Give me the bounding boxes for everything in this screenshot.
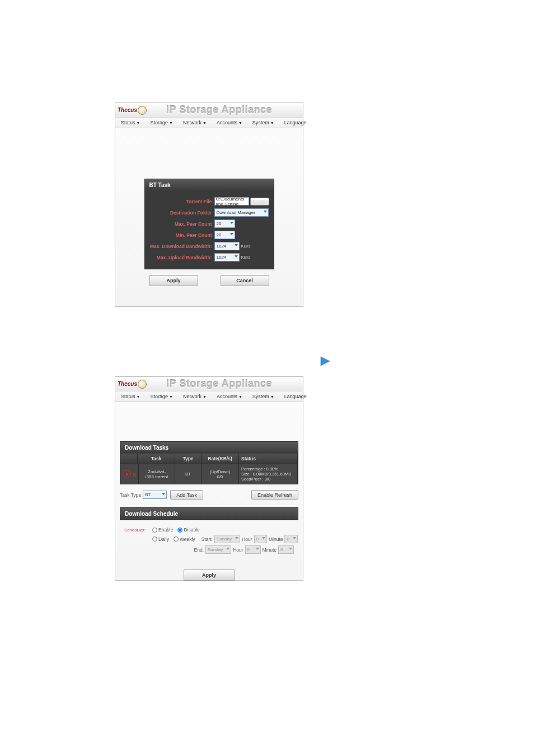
start-hour-select[interactable]: 0 [254, 535, 267, 543]
label-minute: Minute [263, 547, 277, 553]
label-scheduler: Scheduler: [124, 528, 152, 533]
add-task-button[interactable]: Add Task [170, 490, 203, 500]
download-tasks-panel: Download Tasks Task Type Rate(KB/s) Stat… [120, 441, 298, 484]
menu-language[interactable]: Language [284, 120, 307, 125]
label-task-type: Task Type [120, 492, 141, 498]
browse-button[interactable]: Browse [250, 198, 269, 206]
task-name: Zod-dvd-i386.torrent [139, 464, 175, 484]
radio-weekly[interactable]: Weekly [174, 536, 195, 542]
apply-schedule-button[interactable]: Apply [184, 570, 235, 581]
tasks-control-row: Task Type BT Add Task Enable Refresh [120, 490, 298, 500]
chevron-down-icon: ▼ [270, 121, 274, 125]
chevron-down-icon: ▼ [137, 121, 140, 125]
screenshot-bt-task: Thecus IP Storage Appliance Status▼ Stor… [115, 102, 303, 307]
label-minute: Minute [269, 536, 283, 542]
download-schedule-title: Download Schedule [120, 508, 298, 520]
brand-text: Thecus [118, 107, 137, 113]
dest-folder-select[interactable]: Download Manager [214, 208, 269, 217]
chevron-down-icon: ▼ [137, 395, 140, 399]
brand-globe-icon [138, 380, 147, 389]
col-icon [120, 454, 138, 464]
end-hour-select[interactable]: 0 [245, 545, 261, 554]
chevron-down-icon: ▼ [238, 395, 242, 399]
menu-system[interactable]: System▼ [252, 394, 274, 399]
table-row: x Zod-dvd-i386.torrent BT (Up/Down) 0/0 … [120, 464, 298, 484]
unit-kbps: KB/s [241, 244, 251, 249]
enable-refresh-button[interactable]: Enable Refresh [251, 490, 298, 500]
col-type: Type [175, 454, 202, 464]
main-menu: Status▼ Storage▼ Network▼ Accounts▼ Syst… [115, 117, 303, 128]
brand-globe-icon [138, 106, 147, 115]
start-day-select[interactable]: Sunday [214, 535, 240, 543]
task-rate: (Up/Down) 0/0 [202, 464, 239, 484]
chevron-down-icon: ▼ [270, 395, 274, 399]
start-task-icon[interactable] [123, 470, 131, 478]
chevron-down-icon: ▼ [203, 121, 207, 125]
menu-network[interactable]: Network▼ [183, 394, 207, 399]
menu-status[interactable]: Status▼ [121, 120, 140, 125]
play-arrow-icon [319, 355, 331, 368]
chevron-down-icon: ▼ [169, 121, 173, 125]
label-hour: Hour [233, 547, 243, 553]
task-status: Percentage : 0.00% Size : 0.00MB/3,361.6… [239, 464, 298, 484]
app-header: Thecus IP Storage Appliance [115, 377, 303, 391]
end-min-select[interactable]: 0 [278, 545, 294, 554]
cancel-button[interactable]: Cancel [221, 275, 269, 286]
label-max-up-bw: Max. Upload Bandwidth: [149, 255, 214, 260]
menu-language[interactable]: Language [284, 394, 307, 399]
screenshot-download-tasks: Thecus IP Storage Appliance Status▼ Stor… [115, 376, 303, 581]
app-header: Thecus IP Storage Appliance [115, 103, 303, 117]
brand-text: Thecus [118, 381, 137, 387]
download-schedule-panel: Download Schedule [120, 507, 298, 520]
chevron-down-icon: ▼ [203, 395, 207, 399]
brand-logo: Thecus [118, 380, 147, 389]
svg-marker-0 [321, 357, 330, 366]
task-type-select[interactable]: BT [143, 491, 167, 499]
label-end: End: [194, 547, 204, 553]
app-title: IP Storage Appliance [166, 104, 272, 116]
radio-disable[interactable]: Disable [177, 527, 199, 533]
label-hour: Hour [242, 536, 252, 542]
menu-system[interactable]: System▼ [252, 120, 274, 125]
label-max-peer: Max. Peer Count [149, 221, 214, 227]
label-min-peer: Min. Peer Count [149, 232, 214, 238]
menu-status[interactable]: Status▼ [121, 394, 140, 399]
max-up-bw-select[interactable]: 1024 [214, 253, 240, 262]
cancel-task-icon[interactable]: x [133, 471, 136, 478]
chevron-down-icon: ▼ [169, 395, 173, 399]
label-torrent-file: Torrent File [149, 199, 214, 204]
label-start: Start: [202, 536, 213, 542]
start-min-select[interactable]: 0 [284, 535, 297, 543]
menu-storage[interactable]: Storage▼ [150, 120, 172, 125]
unit-kbps: KB/s [241, 255, 251, 260]
label-dest-folder: Destination Folder [149, 210, 214, 216]
menu-storage[interactable]: Storage▼ [150, 394, 172, 399]
download-tasks-title: Download Tasks [120, 442, 298, 454]
task-type: BT [175, 464, 202, 484]
radio-daily[interactable]: Daily [152, 536, 169, 542]
menu-accounts[interactable]: Accounts▼ [217, 120, 242, 125]
apply-button[interactable]: Apply [149, 275, 198, 286]
app-title: IP Storage Appliance [166, 378, 272, 390]
label-max-down-bw: Max. Download Bandwidth: [149, 244, 214, 249]
menu-network[interactable]: Network▼ [183, 120, 207, 125]
bt-task-title: BT Task [145, 179, 274, 191]
menu-accounts[interactable]: Accounts▼ [217, 394, 242, 399]
max-peer-select[interactable]: 20 [214, 220, 235, 228]
col-task: Task [138, 454, 175, 464]
torrent-file-input[interactable]: C:\Documents and Setting [214, 197, 250, 206]
brand-logo: Thecus [118, 106, 147, 115]
max-down-bw-select[interactable]: 1024 [214, 242, 240, 250]
col-status: Status [239, 454, 298, 464]
radio-enable[interactable]: Enable [152, 527, 173, 533]
bt-task-panel: BT Task Torrent File C:\Documents and Se… [144, 179, 274, 269]
min-peer-select[interactable]: 20 [214, 231, 235, 239]
end-day-select[interactable]: Sunday [205, 545, 231, 554]
col-rate: Rate(KB/s) [202, 454, 239, 464]
chevron-down-icon: ▼ [238, 121, 242, 125]
tasks-table-header: Task Type Rate(KB/s) Status [120, 454, 298, 464]
main-menu: Status▼ Storage▼ Network▼ Accounts▼ Syst… [115, 391, 303, 402]
